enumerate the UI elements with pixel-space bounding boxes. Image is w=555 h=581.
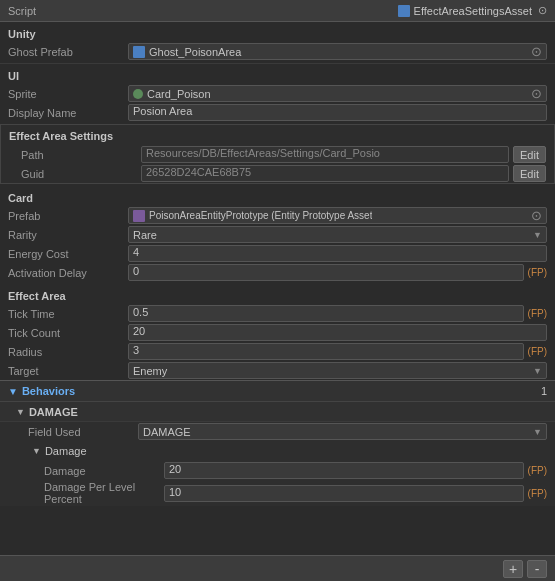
damage-field-input[interactable]: 20	[164, 462, 524, 479]
sub-damage-header: ▼ Damage	[0, 441, 555, 461]
energy-cost-row: Energy Cost 4	[0, 244, 555, 263]
sprite-dot-icon	[133, 89, 143, 99]
prefab-value: PoisonAreaEntityPrototype (Entity Protot…	[149, 210, 372, 221]
activation-delay-row: Activation Delay 0 (FP)	[0, 263, 555, 282]
damage-section: ▼ DAMAGE Field Used DAMAGE ▼ ▼ Damage Da…	[0, 402, 555, 506]
radius-value: 3	[133, 344, 139, 356]
ghost-prefab-circle[interactable]: ⊙	[531, 44, 542, 59]
damage-triangle-icon: ▼	[16, 407, 25, 417]
header-bar: Script EffectAreaSettingsAsset ⊙	[0, 0, 555, 22]
behaviors-header: ▼ Behaviors 1	[0, 380, 555, 402]
rarity-row: Rarity Rare ▼	[0, 225, 555, 244]
radius-container: 3 (FP)	[128, 343, 547, 360]
path-edit-button[interactable]: Edit	[513, 146, 546, 163]
target-label: Target	[8, 365, 128, 377]
damage-field-container: 20 (FP)	[164, 462, 547, 479]
display-name-field[interactable]: Posion Area	[128, 104, 547, 121]
tick-time-value: 0.5	[133, 306, 148, 318]
damage-per-level-input[interactable]: 10	[164, 485, 524, 502]
sprite-row: Sprite Card_Poison ⊙	[0, 84, 555, 103]
guid-label: Guid	[21, 168, 141, 180]
tick-time-fp: (FP)	[528, 308, 547, 319]
prefab-icon	[133, 210, 145, 222]
settings-icon[interactable]: ⊙	[538, 4, 547, 17]
damage-fp: (FP)	[528, 465, 547, 476]
unity-section-header: Unity	[0, 24, 555, 42]
prefab-field[interactable]: PoisonAreaEntityPrototype (Entity Protot…	[128, 207, 547, 224]
card-label: Card	[8, 192, 33, 204]
damage-per-level-row: Damage Per Level Percent 10 (FP)	[0, 480, 555, 506]
tick-count-field[interactable]: 20	[128, 324, 547, 341]
prefab-row: Prefab PoisonAreaEntityPrototype (Entity…	[0, 206, 555, 225]
sub-damage-label: Damage	[45, 445, 87, 457]
radius-row: Radius 3 (FP)	[0, 342, 555, 361]
tick-time-label: Tick Time	[8, 308, 128, 320]
target-row: Target Enemy ▼	[0, 361, 555, 380]
energy-cost-field[interactable]: 4	[128, 245, 547, 262]
filename-label: EffectAreaSettingsAsset	[414, 5, 532, 17]
add-button[interactable]: +	[503, 560, 523, 578]
damage-per-level-fp: (FP)	[528, 488, 547, 499]
damage-field-row: Damage 20 (FP)	[0, 461, 555, 480]
effect-area-label: Effect Area	[8, 290, 66, 302]
activation-delay-value: 0	[133, 265, 139, 277]
ghost-prefab-label: Ghost Prefab	[8, 46, 128, 58]
tick-count-row: Tick Count 20	[0, 323, 555, 342]
ui-section-header: UI	[0, 66, 555, 84]
behaviors-triangle-icon: ▼	[8, 386, 18, 397]
display-name-label: Display Name	[8, 107, 128, 119]
field-used-value: DAMAGE	[143, 426, 191, 438]
rarity-label: Rarity	[8, 229, 128, 241]
damage-per-level-container: 10 (FP)	[164, 485, 547, 502]
activation-delay-fp: (FP)	[528, 267, 547, 278]
effect-area-settings-label: Effect Area Settings	[9, 130, 113, 142]
radius-label: Radius	[8, 346, 128, 358]
effect-area-settings-header: Effect Area Settings	[1, 127, 554, 145]
sprite-circle[interactable]: ⊙	[531, 86, 542, 101]
activation-delay-field[interactable]: 0	[128, 264, 524, 281]
damage-header: ▼ DAMAGE	[0, 402, 555, 422]
prefab-circle[interactable]: ⊙	[531, 208, 542, 223]
rarity-value: Rare	[133, 229, 157, 241]
damage-per-level-label: Damage Per Level Percent	[44, 481, 164, 505]
rarity-dropdown[interactable]: Rare ▼	[128, 226, 547, 243]
activation-delay-container: 0 (FP)	[128, 264, 547, 281]
tick-time-field[interactable]: 0.5	[128, 305, 524, 322]
behaviors-count: 1	[541, 385, 547, 397]
sprite-field[interactable]: Card_Poison ⊙	[128, 85, 547, 102]
tick-time-row: Tick Time 0.5 (FP)	[0, 304, 555, 323]
path-value: Resources/DB/EffectAreas/Settings/Card_P…	[141, 146, 509, 163]
card-section-header: Card	[0, 188, 555, 206]
radius-fp: (FP)	[528, 346, 547, 357]
energy-cost-label: Energy Cost	[8, 248, 128, 260]
ui-label: UI	[8, 70, 19, 82]
path-label: Path	[21, 149, 141, 161]
behaviors-label: Behaviors	[22, 385, 541, 397]
activation-delay-label: Activation Delay	[8, 267, 128, 279]
sep1	[0, 63, 555, 64]
sub-damage-triangle-icon: ▼	[32, 446, 41, 456]
damage-per-level-value: 10	[169, 486, 181, 498]
unity-group-label: Unity	[8, 28, 36, 40]
damage-field-value: 20	[169, 463, 181, 475]
main-content: Unity Ghost Prefab Ghost_PoisonArea ⊙ UI…	[0, 22, 555, 555]
target-dropdown[interactable]: Enemy ▼	[128, 362, 547, 379]
ghost-prefab-field[interactable]: Ghost_PoisonArea ⊙	[128, 43, 547, 60]
ghost-prefab-value: Ghost_PoisonArea	[149, 46, 241, 58]
remove-button[interactable]: -	[527, 560, 547, 578]
bottom-toolbar: + -	[0, 555, 555, 581]
sprite-value: Card_Poison	[147, 88, 211, 100]
guid-value: 26528D24CAE68B75	[141, 165, 509, 182]
damage-label: DAMAGE	[29, 406, 78, 418]
field-used-arrow: ▼	[533, 427, 542, 437]
prefab-label: Prefab	[8, 210, 128, 222]
tick-count-label: Tick Count	[8, 327, 128, 339]
effect-area-section-header: Effect Area	[0, 286, 555, 304]
sprite-label: Sprite	[8, 88, 128, 100]
field-used-dropdown[interactable]: DAMAGE ▼	[138, 423, 547, 440]
target-value: Enemy	[133, 365, 167, 377]
ghost-prefab-icon	[133, 46, 145, 58]
radius-field[interactable]: 3	[128, 343, 524, 360]
energy-cost-value: 4	[133, 246, 139, 258]
guid-edit-button[interactable]: Edit	[513, 165, 546, 182]
